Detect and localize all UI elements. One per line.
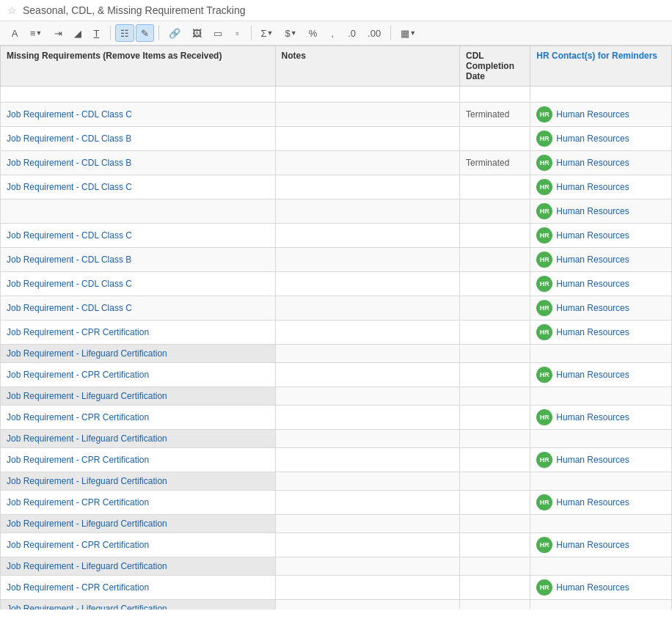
cell-hr[interactable]: HRHuman Resources — [530, 248, 672, 272]
cell-notes[interactable] — [275, 296, 459, 321]
cell-hr[interactable]: HRHuman Resources — [530, 151, 672, 175]
cell-hr[interactable]: HRHuman Resources — [530, 363, 672, 387]
cell-missing[interactable]: Job Requirement - Lifeguard Certificatio… — [1, 472, 276, 491]
cell-missing[interactable]: Job Requirement - CDL Class B — [1, 127, 276, 151]
cell-hr[interactable]: HRHuman Resources — [530, 321, 672, 345]
cell-hr[interactable]: HRHuman Resources — [530, 127, 672, 151]
cell-hr[interactable]: HRHuman Resources — [530, 576, 672, 600]
cell-notes[interactable] — [275, 600, 459, 610]
align-button[interactable]: ≡ ▼ — [25, 24, 48, 42]
cell-notes[interactable] — [275, 248, 459, 272]
cell-missing[interactable]: Job Requirement - Lifeguard Certificatio… — [1, 600, 276, 610]
cell-hr[interactable]: HRHuman Resources — [530, 199, 672, 224]
cell-cdl[interactable] — [460, 600, 530, 610]
cell-cdl[interactable] — [460, 272, 530, 296]
cell-notes[interactable] — [275, 406, 459, 430]
cell-notes[interactable] — [275, 103, 459, 127]
cell-cdl[interactable] — [460, 406, 530, 430]
cell-notes[interactable] — [275, 199, 459, 224]
cell-notes[interactable] — [275, 272, 459, 296]
cell-cdl[interactable] — [460, 321, 530, 345]
percent-button[interactable]: % — [304, 24, 323, 42]
cell-cdl[interactable] — [460, 557, 530, 576]
cell-hr[interactable]: HRHuman Resources — [530, 103, 672, 127]
image-button[interactable]: 🖼 — [187, 24, 207, 42]
cell-hr[interactable] — [530, 515, 672, 533]
cell-hr[interactable] — [530, 387, 672, 406]
cell-hr[interactable] — [530, 600, 672, 610]
cell-hr[interactable] — [530, 557, 672, 576]
cell-missing[interactable]: Job Requirement - CDL Class C — [1, 103, 276, 127]
cell-hr[interactable]: HRHuman Resources — [530, 406, 672, 430]
cell-missing[interactable]: Job Requirement - CDL Class C — [1, 272, 276, 296]
cell-hr[interactable]: HRHuman Resources — [530, 448, 672, 472]
cell-missing[interactable]: Job Requirement - CDL Class B — [1, 248, 276, 272]
cell-notes[interactable] — [275, 321, 459, 345]
cell-hr[interactable] — [530, 430, 672, 448]
format-button[interactable]: T — [88, 24, 106, 42]
cell-cdl[interactable] — [460, 224, 530, 248]
cell-missing[interactable]: Job Requirement - CDL Class C — [1, 224, 276, 248]
cell-cdl[interactable] — [460, 248, 530, 272]
star-icon[interactable]: ☆ — [7, 4, 17, 16]
cell-cdl[interactable] — [460, 430, 530, 448]
cell-hr[interactable]: HRHuman Resources — [530, 533, 672, 557]
cell-cdl[interactable] — [460, 448, 530, 472]
cell-missing[interactable]: Job Requirement - CDL Class C — [1, 175, 276, 199]
cell-missing[interactable]: Job Requirement - CPR Certification — [1, 576, 276, 600]
cell-cdl[interactable] — [460, 127, 530, 151]
cell-notes[interactable] — [275, 224, 459, 248]
cell-missing[interactable]: Job Requirement - CPR Certification — [1, 533, 276, 557]
cell-hr[interactable] — [530, 472, 672, 491]
cell-notes[interactable] — [275, 515, 459, 533]
cell-notes[interactable] — [275, 430, 459, 448]
edit-button[interactable]: ✎ — [136, 24, 154, 42]
font-button[interactable]: A — [6, 24, 23, 42]
cell-hr[interactable]: HRHuman Resources — [530, 224, 672, 248]
formula-button[interactable]: Σ ▼ — [256, 24, 279, 42]
cell-notes[interactable] — [275, 472, 459, 491]
cell-missing[interactable]: Job Requirement - CPR Certification — [1, 363, 276, 387]
cell-notes[interactable] — [275, 533, 459, 557]
cell-cdl[interactable] — [460, 296, 530, 321]
cell-cdl[interactable]: Terminated — [460, 103, 530, 127]
cell-missing[interactable] — [1, 199, 276, 224]
currency-button[interactable]: $ ▼ — [280, 24, 302, 42]
cell-notes[interactable] — [275, 491, 459, 515]
cell-notes[interactable] — [275, 557, 459, 576]
cell-notes[interactable] — [275, 151, 459, 175]
paint-button[interactable]: ◢ — [69, 24, 87, 42]
decimal-dec-button[interactable]: .0 — [343, 24, 361, 42]
cell-missing[interactable]: Job Requirement - CDL Class B — [1, 151, 276, 175]
decimal-inc-button[interactable]: .00 — [362, 24, 386, 42]
grid-button[interactable]: ▦ ▼ — [395, 24, 421, 42]
cell-cdl[interactable] — [460, 576, 530, 600]
cell-cdl[interactable] — [460, 345, 530, 363]
cell-missing[interactable]: Job Requirement - Lifeguard Certificatio… — [1, 515, 276, 533]
cell-missing[interactable]: Job Requirement - CPR Certification — [1, 321, 276, 345]
cell-notes[interactable] — [275, 363, 459, 387]
cell-hr[interactable] — [530, 345, 672, 363]
cell-missing[interactable]: Job Requirement - CPR Certification — [1, 448, 276, 472]
cell-hr[interactable]: HRHuman Resources — [530, 175, 672, 199]
cell-missing[interactable]: Job Requirement - CPR Certification — [1, 491, 276, 515]
cell-cdl[interactable] — [460, 199, 530, 224]
cell-cdl[interactable] — [460, 175, 530, 199]
cell-missing[interactable]: Job Requirement - CDL Class C — [1, 296, 276, 321]
cell-hr[interactable]: HRHuman Resources — [530, 296, 672, 321]
cell-cdl[interactable] — [460, 515, 530, 533]
cell-notes[interactable] — [275, 576, 459, 600]
cell-missing[interactable]: Job Requirement - Lifeguard Certificatio… — [1, 345, 276, 363]
embed-button[interactable]: ▭ — [208, 24, 227, 42]
indent-button[interactable]: ⇥ — [49, 24, 67, 42]
comma-button[interactable]: , — [324, 24, 341, 42]
cell-notes[interactable] — [275, 175, 459, 199]
cell-missing[interactable]: Job Requirement - Lifeguard Certificatio… — [1, 430, 276, 448]
table-view-button[interactable]: ☷ — [115, 24, 134, 42]
cell-notes[interactable] — [275, 448, 459, 472]
cell-cdl[interactable] — [460, 472, 530, 491]
cell-missing[interactable]: Job Requirement - CPR Certification — [1, 406, 276, 430]
cell-notes[interactable] — [275, 387, 459, 406]
cell-cdl[interactable]: Terminated — [460, 151, 530, 175]
cell-missing[interactable]: Job Requirement - Lifeguard Certificatio… — [1, 557, 276, 576]
